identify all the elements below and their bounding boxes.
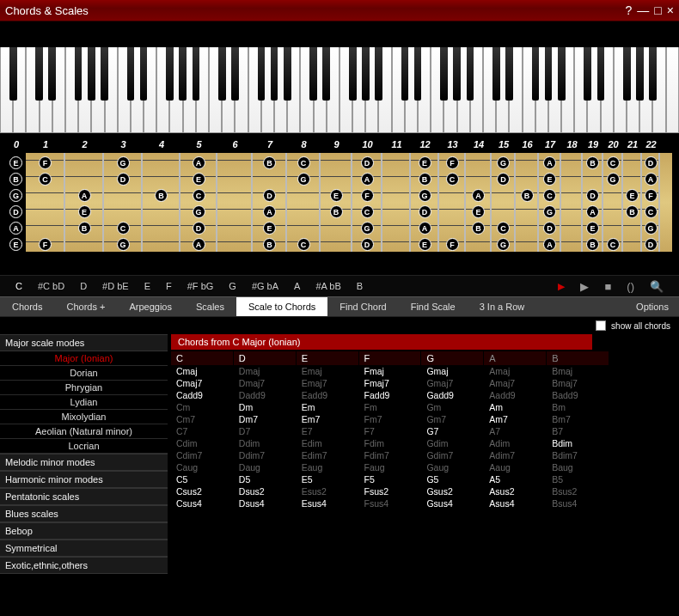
- fret-note[interactable]: E: [586, 222, 599, 235]
- fret-note[interactable]: F: [361, 189, 374, 202]
- guitar-fretboard[interactable]: EBGDAEFCFAEBGDCGBAECGDABDAEBCGCEBDAFCGDE…: [7, 153, 672, 252]
- piano-black-key[interactable]: [35, 47, 43, 101]
- piano-black-key[interactable]: [258, 47, 266, 101]
- open-string-note[interactable]: G: [9, 189, 22, 202]
- chord-cell[interactable]: Fm: [359, 401, 422, 413]
- chord-cell[interactable]: Eaug: [297, 461, 359, 473]
- chord-cell[interactable]: A7: [484, 425, 547, 437]
- fret-note[interactable]: C: [497, 222, 510, 235]
- chord-cell[interactable]: B7: [547, 425, 609, 437]
- chord-cell[interactable]: Eadd9: [297, 389, 359, 401]
- fret-note[interactable]: G: [117, 156, 130, 169]
- scale-category-header[interactable]: Harmonic minor modes: [0, 471, 168, 488]
- fret-note[interactable]: A: [586, 205, 599, 218]
- tab-chords[interactable]: Chords: [0, 297, 54, 316]
- fret-note[interactable]: D: [361, 238, 374, 251]
- fret-note[interactable]: B: [419, 173, 431, 186]
- chord-cell[interactable]: C7: [171, 425, 234, 437]
- fret-note[interactable]: E: [472, 205, 485, 218]
- tab-scale-to-chords[interactable]: Scale to Chords: [236, 297, 327, 316]
- chord-cell[interactable]: Emaj: [297, 365, 359, 377]
- fret-note[interactable]: F: [446, 238, 459, 251]
- chord-cell[interactable]: Edim7: [297, 449, 359, 461]
- piano-black-key[interactable]: [623, 47, 631, 101]
- tab-3-in-a-row[interactable]: 3 In a Row: [468, 297, 537, 316]
- chord-cell[interactable]: Ddim: [234, 437, 297, 449]
- chord-cell[interactable]: Aaug: [484, 461, 547, 473]
- fret-note[interactable]: A: [543, 238, 556, 251]
- root-note-A[interactable]: A: [287, 281, 307, 291]
- chord-cell[interactable]: Aadd9: [484, 389, 547, 401]
- scale-mode-item[interactable]: Mixolydian: [0, 410, 168, 424]
- piano-black-key[interactable]: [322, 47, 330, 101]
- chord-cell[interactable]: F5: [359, 473, 422, 485]
- fret-note[interactable]: E: [543, 173, 556, 186]
- fret-note[interactable]: D: [193, 222, 205, 235]
- chord-cell[interactable]: Em7: [297, 413, 359, 425]
- chord-cell[interactable]: Ddim7: [234, 449, 297, 461]
- chord-cell[interactable]: Edim: [297, 437, 359, 449]
- chord-cell[interactable]: Bdim: [547, 437, 609, 449]
- chord-cell[interactable]: Dm7: [234, 413, 297, 425]
- chord-cell[interactable]: F7: [359, 425, 422, 437]
- chord-cell[interactable]: Fadd9: [359, 389, 422, 401]
- tab-find-chord[interactable]: Find Chord: [327, 297, 398, 316]
- chord-cell[interactable]: Emaj7: [297, 377, 359, 389]
- chord-root-F[interactable]: F: [359, 351, 422, 365]
- piano-black-key[interactable]: [179, 47, 187, 101]
- chord-cell[interactable]: Gm7: [421, 413, 484, 425]
- scale-mode-item[interactable]: Phrygian: [0, 381, 168, 395]
- fret-note[interactable]: B: [626, 205, 639, 218]
- fret-note[interactable]: G: [419, 189, 431, 202]
- chord-cell[interactable]: Asus4: [484, 497, 547, 509]
- piano-black-key[interactable]: [440, 47, 448, 101]
- chord-cell[interactable]: Cm: [171, 401, 234, 413]
- chord-cell[interactable]: Fdim: [359, 437, 422, 449]
- fret-note[interactable]: G: [193, 205, 205, 218]
- fret-note[interactable]: C: [543, 189, 556, 202]
- piano-black-key[interactable]: [636, 47, 644, 101]
- chord-cell[interactable]: Cadd9: [171, 389, 234, 401]
- fret-note[interactable]: C: [297, 156, 310, 169]
- chord-cell[interactable]: Fsus2: [359, 485, 422, 497]
- fret-note[interactable]: A: [645, 173, 658, 186]
- piano-black-key[interactable]: [545, 47, 553, 101]
- open-string-note[interactable]: E: [9, 238, 22, 251]
- fret-note[interactable]: C: [645, 205, 658, 218]
- chord-cell[interactable]: D7: [234, 425, 297, 437]
- root-note-E[interactable]: E: [138, 281, 157, 291]
- tab-arpeggios[interactable]: Arpeggios: [117, 297, 184, 316]
- fret-note[interactable]: D: [117, 173, 130, 186]
- fret-note[interactable]: G: [607, 173, 620, 186]
- fret-note[interactable]: B: [263, 238, 276, 251]
- fret-note[interactable]: E: [330, 189, 343, 202]
- fret-note[interactable]: E: [263, 222, 276, 235]
- scale-category-header[interactable]: Melodic minor modes: [0, 454, 168, 471]
- chord-cell[interactable]: Dmaj7: [234, 377, 297, 389]
- repeat-icon[interactable]: (): [620, 280, 641, 293]
- piano-black-key[interactable]: [271, 47, 278, 101]
- chord-cell[interactable]: Em: [297, 401, 359, 413]
- show-all-chords-checkbox[interactable]: [596, 320, 606, 331]
- piano-black-key[interactable]: [231, 47, 239, 101]
- root-note-B[interactable]: B: [350, 281, 370, 291]
- fret-note[interactable]: B: [330, 205, 343, 218]
- stop-icon[interactable]: ■: [597, 280, 618, 293]
- chord-cell[interactable]: Asus2: [484, 485, 547, 497]
- chord-root-A[interactable]: A: [484, 351, 547, 365]
- tab-chords-[interactable]: Chords +: [54, 297, 117, 316]
- chord-root-D[interactable]: D: [234, 351, 297, 365]
- chord-cell[interactable]: Dmaj: [234, 365, 297, 377]
- fret-note[interactable]: D: [645, 156, 658, 169]
- fret-note[interactable]: C: [607, 156, 620, 169]
- tab-find-scale[interactable]: Find Scale: [399, 297, 468, 316]
- piano-black-key[interactable]: [284, 47, 291, 101]
- fret-note[interactable]: B: [155, 189, 168, 202]
- chord-cell[interactable]: Dsus4: [234, 497, 297, 509]
- piano-black-key[interactable]: [193, 47, 200, 101]
- fret-note[interactable]: D: [645, 238, 658, 251]
- chord-cell[interactable]: Bmaj7: [547, 377, 609, 389]
- chord-cell[interactable]: Fm7: [359, 413, 422, 425]
- fret-note[interactable]: F: [39, 238, 52, 251]
- chord-cell[interactable]: Gaug: [421, 461, 484, 473]
